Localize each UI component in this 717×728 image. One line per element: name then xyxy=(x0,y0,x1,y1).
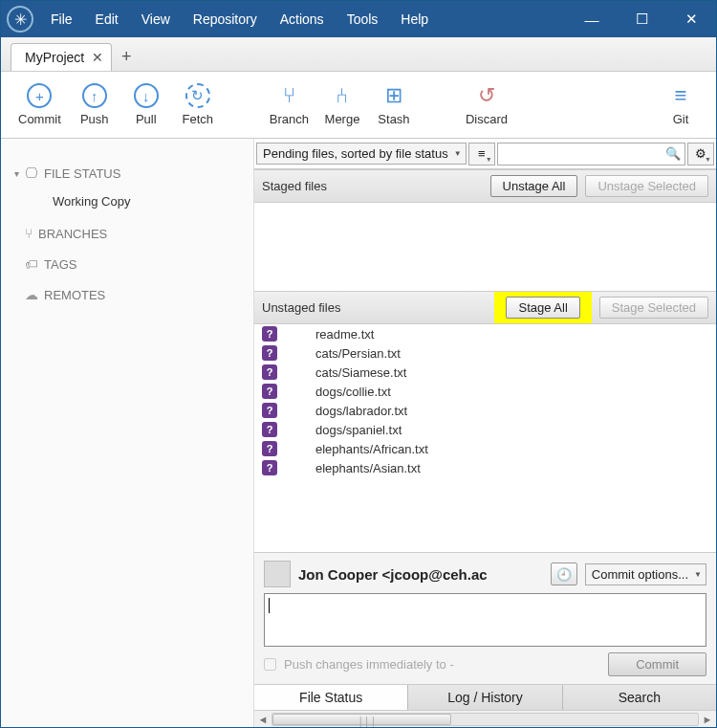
branch-icon: ⑂ xyxy=(276,83,301,108)
sidebar-file-status[interactable]: ▾ 🖵 FILE STATUS xyxy=(11,158,244,188)
file-name: cats/Persian.txt xyxy=(289,346,401,361)
unknown-status-icon: ? xyxy=(262,441,277,456)
close-tab-icon[interactable]: ✕ xyxy=(92,50,103,65)
tab-log-history[interactable]: Log / History xyxy=(407,685,561,710)
commit-author: Jon Cooper <jcoop@ceh.ac xyxy=(298,566,543,583)
maximize-button[interactable]: ☐ xyxy=(617,1,666,37)
merge-button[interactable]: ⑃Merge xyxy=(316,79,368,130)
file-name: elephants/Asian.txt xyxy=(289,461,421,475)
chevron-down-icon: ▾ xyxy=(14,168,19,179)
fetch-button[interactable]: ↻Fetch xyxy=(172,79,224,130)
commit-options-dropdown[interactable]: Commit options... xyxy=(585,563,706,585)
refresh-icon: ↻ xyxy=(185,83,210,108)
tag-icon: 🏷 xyxy=(25,256,38,272)
file-name: elephants/African.txt xyxy=(289,442,428,456)
history-button[interactable]: 🕘 xyxy=(551,563,577,585)
pull-button[interactable]: ↓Pull xyxy=(120,79,172,130)
staged-header: Staged files Unstage All Unstage Selecte… xyxy=(254,169,716,203)
file-name: dogs/collie.txt xyxy=(289,385,391,399)
sidebar: ▾ 🖵 FILE STATUS Working Copy ▾ ⑂ BRANCHE… xyxy=(1,139,254,727)
sidebar-working-copy[interactable]: Working Copy xyxy=(11,188,244,218)
new-tab-button[interactable]: + xyxy=(112,47,141,71)
menu-actions[interactable]: Actions xyxy=(271,8,334,31)
commit-submit-button[interactable]: Commit xyxy=(608,652,706,676)
tab-bar: MyProject ✕ + xyxy=(1,37,716,72)
unknown-status-icon: ? xyxy=(262,345,277,361)
tab-file-status[interactable]: File Status xyxy=(254,685,407,710)
menu-view[interactable]: View xyxy=(132,8,180,31)
discard-button[interactable]: ↺Discard xyxy=(458,79,515,130)
menu-file[interactable]: File xyxy=(41,8,82,31)
unstaged-files-pane: ?readme.txt?cats/Persian.txt?cats/Siames… xyxy=(254,324,716,552)
settings-button[interactable]: ⚙ xyxy=(687,143,714,165)
plus-icon: + xyxy=(27,83,52,108)
stage-selected-button[interactable]: Stage Selected xyxy=(599,297,708,319)
search-input[interactable]: 🔍 xyxy=(497,143,685,165)
unstage-all-button[interactable]: Unstage All xyxy=(490,175,578,197)
arrow-up-icon: ↑ xyxy=(82,83,107,108)
staged-files-pane xyxy=(254,203,716,291)
terminal-icon: ≡ xyxy=(668,83,693,108)
menu-repository[interactable]: Repository xyxy=(184,8,267,31)
tab-search[interactable]: Search xyxy=(562,685,716,710)
sidebar-branches[interactable]: ▾ ⑂ BRANCHES xyxy=(11,218,244,249)
file-name: readme.txt xyxy=(289,327,374,342)
file-row[interactable]: ?dogs/labrador.txt xyxy=(254,401,716,420)
tab-label: MyProject xyxy=(25,50,84,65)
file-row[interactable]: ?dogs/collie.txt xyxy=(254,382,716,401)
file-row[interactable]: ?cats/Persian.txt xyxy=(254,343,716,363)
menu-tools[interactable]: Tools xyxy=(337,8,388,31)
scroll-left-icon[interactable]: ◄ xyxy=(254,714,272,725)
view-mode-button[interactable]: ≡ xyxy=(468,143,495,165)
commit-message-input[interactable] xyxy=(264,593,706,647)
cloud-icon: ☁ xyxy=(25,287,38,302)
file-filter-dropdown[interactable]: Pending files, sorted by file status xyxy=(256,143,467,165)
menu-edit[interactable]: Edit xyxy=(86,8,128,31)
horizontal-scrollbar[interactable]: ◄ │││ ► xyxy=(254,710,716,727)
unstaged-title: Unstaged files xyxy=(262,300,340,315)
menu-bar: File Edit View Repository Actions Tools … xyxy=(41,8,438,31)
app-logo-icon: ✳ xyxy=(7,6,33,33)
toolbar: +Commit ↑Push ↓Pull ↻Fetch ⑂Branch ⑃Merg… xyxy=(1,72,716,139)
commit-button[interactable]: +Commit xyxy=(11,79,69,130)
staged-title: Staged files xyxy=(262,179,327,193)
file-row[interactable]: ?elephants/African.txt xyxy=(254,439,716,458)
stage-all-highlight: Stage All xyxy=(494,292,591,323)
menu-help[interactable]: Help xyxy=(391,8,438,31)
search-icon: 🔍 xyxy=(665,146,681,161)
file-name: dogs/spaniel.txt xyxy=(289,423,402,437)
unknown-status-icon: ? xyxy=(262,422,277,437)
file-row[interactable]: ?elephants/Asian.txt xyxy=(254,458,716,477)
arrow-down-icon: ↓ xyxy=(134,83,159,108)
git-console-button[interactable]: ≡Git xyxy=(655,79,706,130)
titlebar: ✳ File Edit View Repository Actions Tool… xyxy=(1,1,716,37)
branch-icon: ⑂ xyxy=(25,226,33,241)
close-button[interactable]: ✕ xyxy=(666,1,716,37)
stash-button[interactable]: ⊞Stash xyxy=(368,79,420,130)
unstage-selected-button[interactable]: Unstage Selected xyxy=(585,175,708,197)
push-button[interactable]: ↑Push xyxy=(69,79,120,130)
file-name: dogs/labrador.txt xyxy=(289,404,407,418)
monitor-icon: 🖵 xyxy=(25,165,38,181)
bottom-tabs: File Status Log / History Search xyxy=(254,684,716,710)
scroll-right-icon[interactable]: ► xyxy=(699,714,716,725)
filter-bar: Pending files, sorted by file status ≡ 🔍… xyxy=(254,139,716,169)
push-immediately-checkbox[interactable] xyxy=(264,658,276,671)
file-row[interactable]: ?dogs/spaniel.txt xyxy=(254,420,716,439)
unknown-status-icon: ? xyxy=(262,364,277,380)
sidebar-tags[interactable]: ▾ 🏷 TAGS xyxy=(11,249,244,279)
scrollbar-thumb[interactable]: │││ xyxy=(272,714,451,725)
file-row[interactable]: ?cats/Siamese.txt xyxy=(254,363,716,382)
file-row[interactable]: ?readme.txt xyxy=(254,324,716,343)
file-name: cats/Siamese.txt xyxy=(289,365,406,380)
commit-panel: Jon Cooper <jcoop@ceh.ac 🕘 Commit option… xyxy=(254,552,716,684)
sidebar-remotes[interactable]: ▾ ☁ REMOTES xyxy=(11,279,244,310)
unknown-status-icon: ? xyxy=(262,460,277,475)
stash-icon: ⊞ xyxy=(381,83,406,108)
repo-tab[interactable]: MyProject ✕ xyxy=(11,43,112,71)
merge-icon: ⑃ xyxy=(330,83,355,108)
branch-button[interactable]: ⑂Branch xyxy=(262,79,316,130)
unknown-status-icon: ? xyxy=(262,326,277,342)
minimize-button[interactable]: ― xyxy=(567,1,617,37)
stage-all-button[interactable]: Stage All xyxy=(506,297,579,319)
